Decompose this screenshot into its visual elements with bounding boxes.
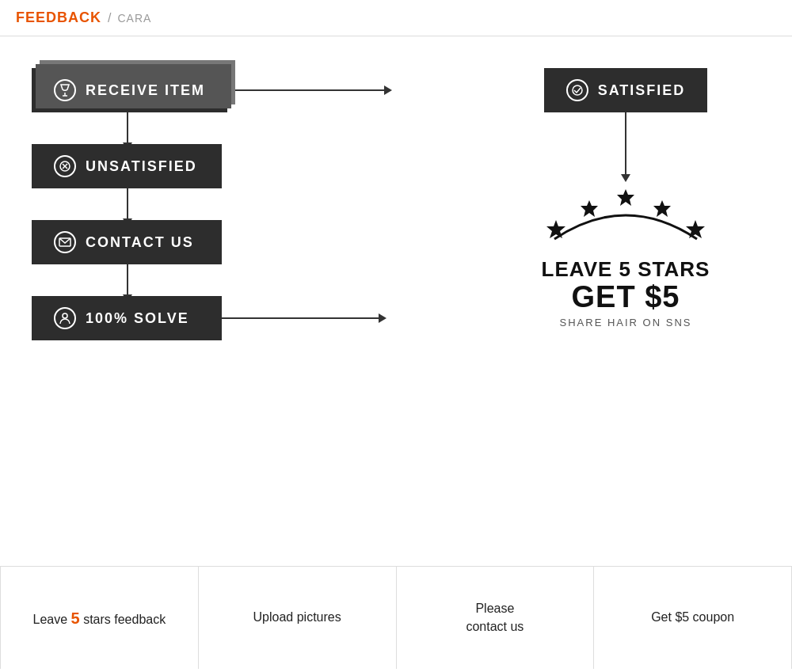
- left-flow-column: RECEIVE ITEM UNSATISFIED: [32, 52, 386, 550]
- person-icon: [54, 307, 76, 329]
- x-circle-icon: [54, 155, 76, 177]
- header-slash: /: [108, 11, 111, 25]
- bottom-item-1: Leave 5 stars feedback: [0, 567, 199, 669]
- h-arrow-receive-satisfied: [227, 89, 386, 91]
- bottom-item-4-text: Get $5 coupon: [651, 609, 734, 626]
- promo-box: LEAVE 5 STARS GET $5 SHARE HAIR ON SNS: [539, 184, 713, 328]
- svg-marker-11: [653, 200, 671, 217]
- wine-glass-icon: [54, 79, 76, 101]
- svg-point-7: [573, 85, 582, 95]
- solve-label: 100% SOLVE: [86, 310, 189, 327]
- contact-us-box: CONTACT US: [32, 220, 222, 264]
- solve-box: 100% SOLVE: [32, 296, 222, 340]
- bottom-bar: Leave 5 stars feedback Upload pictures P…: [0, 566, 792, 669]
- right-flow-column: SATISFIED: [539, 52, 713, 550]
- bottom-item-2: Upload pictures: [199, 567, 397, 669]
- receive-item-box: RECEIVE ITEM: [32, 68, 227, 112]
- unsatisfied-label: UNSATISFIED: [86, 158, 197, 175]
- bottom-item-3-text: Please contact us: [466, 600, 524, 636]
- check-circle-icon: [566, 79, 588, 101]
- header-cara-label: CARA: [117, 12, 151, 25]
- contact-us-label: CONTACT US: [86, 234, 194, 251]
- promo-line2: GET $5: [542, 281, 710, 314]
- h-arrow-solve-promo: [222, 317, 380, 319]
- satisfied-box: SATISFIED: [544, 68, 708, 112]
- satisfied-label: SATISFIED: [598, 82, 686, 99]
- arrow-down-3: [127, 264, 128, 296]
- arrow-down-2: [127, 188, 128, 220]
- solve-row: 100% SOLVE: [32, 296, 380, 340]
- arrow-down-right: [625, 112, 626, 176]
- receive-item-row: RECEIVE ITEM: [32, 68, 386, 112]
- bottom-item-4: Get $5 coupon: [594, 567, 792, 669]
- bottom-item-3: Please contact us: [397, 567, 595, 669]
- bottom-item-2-text: Upload pictures: [253, 609, 341, 626]
- bottom-item-1-text: Leave 5 stars feedback: [33, 607, 166, 629]
- svg-marker-12: [686, 220, 705, 238]
- unsatisfied-box: UNSATISFIED: [32, 144, 222, 188]
- envelope-icon: [54, 231, 76, 253]
- promo-text: LEAVE 5 STARS GET $5 SHARE HAIR ON SNS: [542, 258, 710, 328]
- header: FEEDBACK / CARA: [0, 0, 792, 36]
- stars-arc-svg: [539, 184, 713, 255]
- svg-marker-10: [617, 189, 634, 206]
- receive-item-label: RECEIVE ITEM: [86, 82, 205, 99]
- svg-point-6: [63, 313, 67, 318]
- promo-subtitle: SHARE HAIR ON SNS: [542, 317, 710, 328]
- header-feedback-label: FEEDBACK: [16, 9, 101, 26]
- svg-marker-9: [581, 200, 598, 217]
- diagram-area: RECEIVE ITEM UNSATISFIED: [0, 36, 792, 566]
- promo-line1: LEAVE 5 STARS: [542, 258, 710, 281]
- svg-marker-8: [546, 220, 565, 238]
- arrow-down-1: [127, 112, 128, 144]
